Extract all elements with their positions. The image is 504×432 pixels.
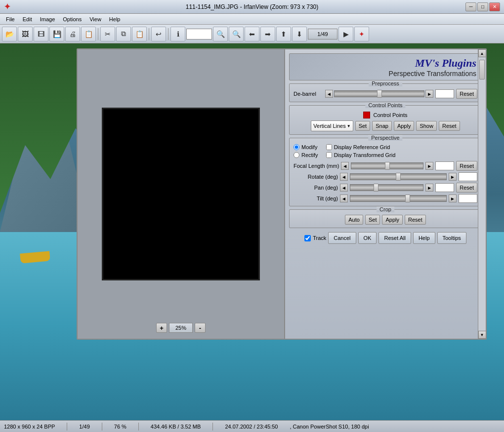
cp-set-button[interactable]: Set <box>355 121 371 131</box>
slider-left-arrow[interactable]: ◄ <box>325 90 333 98</box>
last-button[interactable]: ⬇ <box>292 27 307 41</box>
prev-button[interactable]: ⬅ <box>245 27 259 41</box>
zoom-input[interactable]: 76.0 <box>186 29 212 39</box>
status-bar: 1280 x 960 x 24 BPP 1/49 76 % 434.46 KB … <box>0 420 504 432</box>
focal-right-arrow[interactable]: ► <box>425 162 433 170</box>
tooltips-button[interactable]: Tooltips <box>437 232 466 244</box>
rotate-thumb[interactable] <box>396 173 401 181</box>
cp-show-button[interactable]: Show <box>416 121 437 131</box>
pan-reset-button[interactable]: Reset <box>456 183 477 193</box>
tilt-right-arrow[interactable]: ► <box>449 195 457 202</box>
slider-right-arrow[interactable]: ► <box>425 90 433 98</box>
cp-apply-button[interactable]: Apply <box>394 121 415 131</box>
irfan-button[interactable]: ✦ <box>354 27 369 41</box>
bottom-buttons: Track Cancel OK Reset All Help Tooltips <box>289 232 482 244</box>
menu-view[interactable]: View <box>85 15 105 23</box>
cp-snap-button[interactable]: Snap <box>372 121 392 131</box>
crop-auto-button[interactable]: Auto <box>345 215 363 225</box>
ref-grid-checkbox[interactable] <box>326 144 332 150</box>
crop-set-button[interactable]: Set <box>365 215 380 225</box>
focal-length-value[interactable]: 50 <box>435 161 454 170</box>
first-button[interactable]: ⬆ <box>276 27 291 41</box>
thumbnail-button[interactable]: 🖼 <box>18 27 33 41</box>
tilt-thumb[interactable] <box>405 195 410 202</box>
status-datetime: 24.07.2002 / 23:45:50 <box>225 424 278 430</box>
scrollbar-up[interactable]: ▲ <box>478 49 486 57</box>
track-checkbox[interactable] <box>304 235 311 241</box>
save-button[interactable]: 💾 <box>49 27 64 41</box>
preview-zoom-minus[interactable]: - <box>195 323 206 333</box>
focal-reset-button[interactable]: Reset <box>456 161 477 171</box>
zoom-out-button[interactable]: 🔍 <box>229 27 244 41</box>
preview-perspective-overlay <box>103 109 258 279</box>
ref-grid-label: Display Reference Grid <box>334 144 390 150</box>
help-button[interactable]: Help <box>413 232 435 244</box>
close-button[interactable]: ✕ <box>489 2 500 11</box>
preview-zoom-plus[interactable]: + <box>156 323 167 333</box>
tilt-value[interactable]: 11.0 <box>459 194 477 203</box>
tilt-slider[interactable] <box>350 195 447 202</box>
debarrel-slider[interactable]: ◄ ► <box>325 90 433 98</box>
paste-button[interactable]: 📋 <box>132 27 147 41</box>
radio-col: Modify Rectify <box>294 144 318 158</box>
scrollbar-thumb[interactable] <box>479 60 485 79</box>
cp-reset-button[interactable]: Reset <box>439 121 460 131</box>
reset-all-button[interactable]: Reset All <box>378 232 411 244</box>
info-button[interactable]: ℹ <box>170 27 185 41</box>
minimize-button[interactable]: ─ <box>465 2 476 11</box>
cancel-button[interactable]: Cancel <box>328 232 356 244</box>
rectify-radio[interactable] <box>294 152 299 158</box>
focal-length-row: Focal Length (mm) ◄ ► 50 Reset <box>294 161 477 171</box>
focal-left-arrow[interactable]: ◄ <box>341 162 349 170</box>
pan-thumb[interactable] <box>374 184 378 192</box>
rotate-value[interactable]: 0.0 <box>459 172 477 181</box>
toolbar-sep3 <box>168 28 168 40</box>
focal-slider[interactable] <box>351 162 423 169</box>
focal-thumb[interactable] <box>385 162 390 170</box>
copy-button[interactable]: ⧉ <box>116 27 131 41</box>
vertical-lines-dropdown[interactable]: Vertical Lines ▼ <box>311 120 353 131</box>
menu-options[interactable]: Options <box>59 15 85 23</box>
next-button[interactable]: ➡ <box>260 27 275 41</box>
zoom-in-button[interactable]: 🔍 <box>213 27 228 41</box>
info-button2[interactable]: 📋 <box>81 27 96 41</box>
toolbar: 📂 🖼 🎞 💾 🖨 📋 ✂ ⧉ 📋 ↩ ℹ 76.0 🔍 🔍 ⬅ ➡ ⬆ ⬇ 1… <box>0 25 504 43</box>
menu-file[interactable]: File <box>2 15 19 23</box>
trans-grid-label: Display Transformed Grid <box>334 152 396 158</box>
menu-help[interactable]: Help <box>105 15 125 23</box>
debarrel-value[interactable]: 0 <box>435 89 454 98</box>
open-button[interactable]: 📂 <box>2 27 17 41</box>
pan-right-arrow[interactable]: ► <box>425 184 433 192</box>
ok-button[interactable]: OK <box>358 232 377 244</box>
undo-button[interactable]: ↩ <box>151 27 166 41</box>
crop-reset-button[interactable]: Reset <box>405 215 426 225</box>
slider-track[interactable] <box>334 90 424 97</box>
modify-radio[interactable] <box>294 144 299 150</box>
rotate-right-arrow[interactable]: ► <box>449 173 457 181</box>
filmstrip-button[interactable]: 🎞 <box>34 27 48 41</box>
track-row: Track <box>304 235 326 241</box>
pan-left-arrow[interactable]: ◄ <box>340 184 348 192</box>
cut-button[interactable]: ✂ <box>100 27 115 41</box>
slider-thumb[interactable] <box>377 90 382 98</box>
print-button[interactable]: 🖨 <box>65 27 80 41</box>
menu-edit[interactable]: Edit <box>19 15 36 23</box>
rotate-left-arrow[interactable]: ◄ <box>340 173 348 181</box>
plugin-panel: + 25% - MV's Plugins Perspective Transfo… <box>77 48 487 340</box>
maximize-button[interactable]: □ <box>477 2 488 11</box>
tilt-left-arrow[interactable]: ◄ <box>340 195 348 202</box>
trans-grid-checkbox[interactable] <box>326 152 332 158</box>
scrollbar-down[interactable]: ▼ <box>478 331 486 339</box>
menu-image[interactable]: Image <box>36 15 59 23</box>
preprocess-reset-button[interactable]: Reset <box>456 89 477 99</box>
pan-label: Pan (deg) <box>294 185 338 191</box>
pan-slider[interactable] <box>350 184 423 191</box>
pan-value[interactable]: -10.5 <box>435 183 454 192</box>
status-sep4 <box>212 423 213 431</box>
preprocess-section: Preprocess De-barrel ◄ ► 0 Reset <box>289 83 482 102</box>
rotate-slider[interactable] <box>350 173 447 180</box>
slideshow-button[interactable]: ▶ <box>338 27 353 41</box>
crop-apply-button[interactable]: Apply <box>382 215 403 225</box>
title-bar-controls: ─ □ ✕ <box>465 2 500 11</box>
control-points-title: Control Points <box>365 102 405 108</box>
